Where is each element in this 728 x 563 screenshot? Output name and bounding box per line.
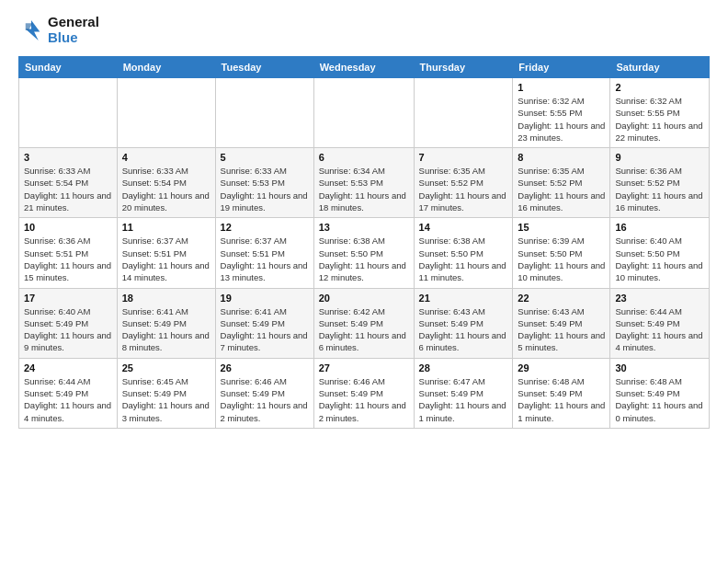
day-number: 30 xyxy=(615,362,704,373)
day-info: Sunrise: 6:38 AM Sunset: 5:50 PM Dayligh… xyxy=(419,235,508,283)
calendar-cell xyxy=(19,78,118,148)
calendar-week-row: 17Sunrise: 6:40 AM Sunset: 5:49 PM Dayli… xyxy=(19,288,710,358)
day-info: Sunrise: 6:33 AM Sunset: 5:53 PM Dayligh… xyxy=(221,165,309,213)
day-of-week-header-row: SundayMondayTuesdayWednesdayThursdayFrid… xyxy=(19,57,710,78)
calendar-cell: 3Sunrise: 6:33 AM Sunset: 5:54 PM Daylig… xyxy=(19,148,118,218)
calendar-cell: 22Sunrise: 6:43 AM Sunset: 5:49 PM Dayli… xyxy=(513,288,610,358)
page-header: General Blue xyxy=(18,15,710,45)
calendar-week-row: 24Sunrise: 6:44 AM Sunset: 5:49 PM Dayli… xyxy=(19,358,710,428)
calendar-cell: 10Sunrise: 6:36 AM Sunset: 5:51 PM Dayli… xyxy=(19,218,118,288)
logo-icon xyxy=(18,17,44,43)
day-number: 15 xyxy=(518,222,605,233)
calendar-cell: 18Sunrise: 6:41 AM Sunset: 5:49 PM Dayli… xyxy=(117,288,215,358)
day-number: 5 xyxy=(221,152,309,163)
day-number: 24 xyxy=(24,362,112,373)
day-info: Sunrise: 6:44 AM Sunset: 5:49 PM Dayligh… xyxy=(24,375,112,424)
main-container: General Blue SundayMondayTuesdayWednesda… xyxy=(0,0,728,438)
calendar-cell: 24Sunrise: 6:44 AM Sunset: 5:49 PM Dayli… xyxy=(19,358,118,428)
day-number: 10 xyxy=(24,222,112,233)
day-of-week-header: Friday xyxy=(513,57,610,78)
day-number: 8 xyxy=(518,152,605,163)
day-number: 12 xyxy=(221,222,309,233)
calendar-cell xyxy=(414,78,513,148)
day-number: 14 xyxy=(419,222,508,233)
calendar-cell xyxy=(117,78,215,148)
day-info: Sunrise: 6:37 AM Sunset: 5:51 PM Dayligh… xyxy=(221,235,309,283)
calendar-cell: 1Sunrise: 6:32 AM Sunset: 5:55 PM Daylig… xyxy=(513,78,610,148)
day-of-week-header: Thursday xyxy=(414,57,513,78)
day-info: Sunrise: 6:43 AM Sunset: 5:49 PM Dayligh… xyxy=(419,305,508,354)
calendar-cell: 23Sunrise: 6:44 AM Sunset: 5:49 PM Dayli… xyxy=(610,288,710,358)
calendar-cell: 11Sunrise: 6:37 AM Sunset: 5:51 PM Dayli… xyxy=(117,218,215,288)
logo-text: General Blue xyxy=(48,15,99,45)
calendar-cell: 25Sunrise: 6:45 AM Sunset: 5:49 PM Dayli… xyxy=(117,358,215,428)
calendar-cell: 4Sunrise: 6:33 AM Sunset: 5:54 PM Daylig… xyxy=(117,148,215,218)
day-info: Sunrise: 6:32 AM Sunset: 5:55 PM Dayligh… xyxy=(615,95,704,144)
day-number: 27 xyxy=(319,362,409,373)
day-number: 13 xyxy=(319,222,409,233)
day-number: 22 xyxy=(518,293,605,304)
day-number: 20 xyxy=(319,293,409,304)
calendar-cell: 17Sunrise: 6:40 AM Sunset: 5:49 PM Dayli… xyxy=(19,288,118,358)
day-of-week-header: Tuesday xyxy=(215,57,313,78)
day-info: Sunrise: 6:48 AM Sunset: 5:49 PM Dayligh… xyxy=(615,375,704,424)
day-number: 7 xyxy=(419,152,508,163)
calendar-cell: 26Sunrise: 6:46 AM Sunset: 5:49 PM Dayli… xyxy=(215,358,313,428)
day-of-week-header: Sunday xyxy=(19,57,118,78)
calendar-body: 1Sunrise: 6:32 AM Sunset: 5:55 PM Daylig… xyxy=(19,78,710,429)
calendar-cell: 12Sunrise: 6:37 AM Sunset: 5:51 PM Dayli… xyxy=(215,218,313,288)
calendar-cell: 14Sunrise: 6:38 AM Sunset: 5:50 PM Dayli… xyxy=(414,218,513,288)
calendar-week-row: 3Sunrise: 6:33 AM Sunset: 5:54 PM Daylig… xyxy=(19,148,710,218)
logo: General Blue xyxy=(18,15,99,45)
calendar-cell xyxy=(313,78,414,148)
day-info: Sunrise: 6:47 AM Sunset: 5:49 PM Dayligh… xyxy=(419,375,508,424)
day-number: 4 xyxy=(122,152,210,163)
day-info: Sunrise: 6:35 AM Sunset: 5:52 PM Dayligh… xyxy=(419,165,508,213)
day-number: 18 xyxy=(122,293,210,304)
day-number: 29 xyxy=(518,362,605,373)
calendar-cell: 16Sunrise: 6:40 AM Sunset: 5:50 PM Dayli… xyxy=(610,218,710,288)
day-info: Sunrise: 6:42 AM Sunset: 5:49 PM Dayligh… xyxy=(319,305,409,354)
day-of-week-header: Wednesday xyxy=(313,57,414,78)
day-info: Sunrise: 6:46 AM Sunset: 5:49 PM Dayligh… xyxy=(319,375,409,424)
calendar-cell: 27Sunrise: 6:46 AM Sunset: 5:49 PM Dayli… xyxy=(313,358,414,428)
day-info: Sunrise: 6:48 AM Sunset: 5:49 PM Dayligh… xyxy=(518,375,605,424)
day-info: Sunrise: 6:35 AM Sunset: 5:52 PM Dayligh… xyxy=(518,165,605,213)
day-info: Sunrise: 6:36 AM Sunset: 5:51 PM Dayligh… xyxy=(24,235,112,283)
day-number: 21 xyxy=(419,293,508,304)
calendar-cell: 28Sunrise: 6:47 AM Sunset: 5:49 PM Dayli… xyxy=(414,358,513,428)
day-number: 6 xyxy=(319,152,409,163)
calendar-cell: 19Sunrise: 6:41 AM Sunset: 5:49 PM Dayli… xyxy=(215,288,313,358)
calendar-cell: 7Sunrise: 6:35 AM Sunset: 5:52 PM Daylig… xyxy=(414,148,513,218)
day-info: Sunrise: 6:34 AM Sunset: 5:53 PM Dayligh… xyxy=(319,165,409,213)
calendar-cell: 8Sunrise: 6:35 AM Sunset: 5:52 PM Daylig… xyxy=(513,148,610,218)
day-number: 19 xyxy=(221,293,309,304)
day-number: 23 xyxy=(615,293,704,304)
day-number: 16 xyxy=(615,222,704,233)
day-info: Sunrise: 6:33 AM Sunset: 5:54 PM Dayligh… xyxy=(24,165,112,213)
day-of-week-header: Monday xyxy=(117,57,215,78)
day-info: Sunrise: 6:43 AM Sunset: 5:49 PM Dayligh… xyxy=(518,305,605,354)
day-number: 11 xyxy=(122,222,210,233)
day-info: Sunrise: 6:36 AM Sunset: 5:52 PM Dayligh… xyxy=(615,165,704,213)
day-info: Sunrise: 6:41 AM Sunset: 5:49 PM Dayligh… xyxy=(122,305,210,354)
calendar-cell: 9Sunrise: 6:36 AM Sunset: 5:52 PM Daylig… xyxy=(610,148,710,218)
day-number: 9 xyxy=(615,152,704,163)
calendar-week-row: 10Sunrise: 6:36 AM Sunset: 5:51 PM Dayli… xyxy=(19,218,710,288)
day-info: Sunrise: 6:37 AM Sunset: 5:51 PM Dayligh… xyxy=(122,235,210,283)
calendar-cell: 13Sunrise: 6:38 AM Sunset: 5:50 PM Dayli… xyxy=(313,218,414,288)
day-number: 17 xyxy=(24,293,112,304)
calendar-cell xyxy=(215,78,313,148)
day-info: Sunrise: 6:33 AM Sunset: 5:54 PM Dayligh… xyxy=(122,165,210,213)
day-info: Sunrise: 6:40 AM Sunset: 5:50 PM Dayligh… xyxy=(615,235,704,283)
day-info: Sunrise: 6:32 AM Sunset: 5:55 PM Dayligh… xyxy=(518,95,605,144)
calendar-cell: 20Sunrise: 6:42 AM Sunset: 5:49 PM Dayli… xyxy=(313,288,414,358)
day-number: 3 xyxy=(24,152,112,163)
calendar-cell: 21Sunrise: 6:43 AM Sunset: 5:49 PM Dayli… xyxy=(414,288,513,358)
calendar-week-row: 1Sunrise: 6:32 AM Sunset: 5:55 PM Daylig… xyxy=(19,78,710,148)
day-number: 25 xyxy=(122,362,210,373)
day-info: Sunrise: 6:45 AM Sunset: 5:49 PM Dayligh… xyxy=(122,375,210,424)
calendar-cell: 2Sunrise: 6:32 AM Sunset: 5:55 PM Daylig… xyxy=(610,78,710,148)
day-number: 2 xyxy=(615,82,704,93)
day-number: 28 xyxy=(419,362,508,373)
